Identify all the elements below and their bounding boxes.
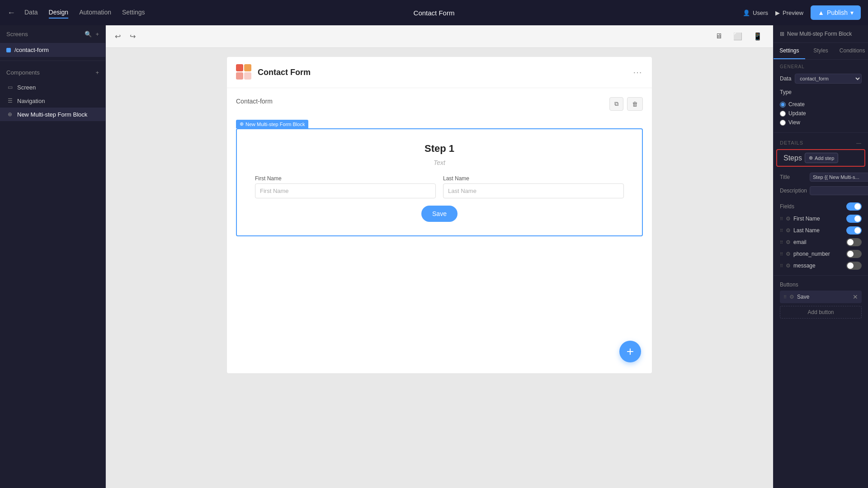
nav-settings[interactable]: Settings xyxy=(122,7,145,19)
description-input[interactable] xyxy=(810,186,868,195)
copy-button[interactable]: ⧉ xyxy=(609,97,623,111)
panel-header-label: New Multi-step Form Block xyxy=(787,31,852,37)
drag-icon-phone: ⠿ xyxy=(780,252,783,257)
delete-button[interactable]: 🗑 xyxy=(627,97,643,111)
first-name-toggle-knob xyxy=(854,216,861,222)
field-last-name-label: Last Name xyxy=(793,227,844,234)
fields-master-toggle-knob xyxy=(854,203,861,210)
component-screen[interactable]: ▭ Screen xyxy=(0,80,105,94)
preview-icon: ▶ xyxy=(775,9,780,16)
type-create[interactable]: Create xyxy=(780,100,862,109)
search-icon[interactable]: 🔍 xyxy=(85,31,92,38)
data-select[interactable]: contact_form xyxy=(795,74,862,84)
back-button[interactable]: ← xyxy=(7,8,15,18)
button-save-close[interactable]: ✕ xyxy=(853,293,858,300)
tab-styles[interactable]: Styles xyxy=(805,43,837,59)
topbar-nav: Data Design Automation Settings xyxy=(24,7,145,19)
tab-conditions[interactable]: Conditions xyxy=(836,43,868,59)
tab-settings[interactable]: Settings xyxy=(774,43,805,59)
multistep-block-label: ⊕ New Multi-step Form Block xyxy=(236,120,308,128)
canvas-toolbar-left: ↩ ↪ xyxy=(113,30,137,42)
publish-button[interactable]: ▲ Publish ▾ xyxy=(811,5,861,20)
type-create-radio[interactable] xyxy=(780,102,786,108)
save-button[interactable]: Save xyxy=(421,206,458,222)
fields-master-toggle[interactable] xyxy=(846,202,862,211)
add-button-button[interactable]: Add button xyxy=(780,306,862,319)
users-icon: 👤 xyxy=(743,9,750,16)
svg-rect-3 xyxy=(244,72,251,80)
canvas-area: ↩ ↪ 🖥 ⬜ 📱 Contact Form ⋯ xyxy=(106,25,773,488)
nav-data[interactable]: Data xyxy=(24,7,38,19)
component-multistep[interactable]: ⊕ New Multi-step Form Block xyxy=(0,108,105,121)
nav-design[interactable]: Design xyxy=(49,7,69,19)
type-create-label: Create xyxy=(788,101,805,108)
first-name-toggle[interactable] xyxy=(846,215,862,223)
first-name-field: First Name xyxy=(255,175,436,198)
gear-icon-first-name[interactable]: ⚙ xyxy=(786,216,791,222)
navigation-component-icon: ☰ xyxy=(6,97,14,104)
buttons-section: Buttons ⠿ ⚙ Save ✕ Add button xyxy=(774,279,868,321)
button-save-label: Save xyxy=(797,294,850,300)
add-component-icon[interactable]: + xyxy=(95,69,99,76)
right-panel: ⊞ New Multi-step Form Block Settings Sty… xyxy=(773,25,868,488)
users-button[interactable]: 👤 Users xyxy=(743,9,768,16)
add-screen-icon[interactable]: + xyxy=(95,31,99,38)
fab-button[interactable]: + xyxy=(619,341,641,362)
desktop-view-button[interactable]: 🖥 xyxy=(712,30,726,42)
drag-icon-first-name: ⠿ xyxy=(780,216,783,221)
left-sidebar: Screens 🔍 + /contact-form Components + ▭… xyxy=(0,25,106,488)
tablet-view-button[interactable]: ⬜ xyxy=(730,30,746,42)
main-layout: Screens 🔍 + /contact-form Components + ▭… xyxy=(0,25,868,488)
title-input[interactable] xyxy=(810,173,868,182)
field-first-name: ⠿ ⚙ First Name xyxy=(774,213,868,225)
type-update[interactable]: Update xyxy=(780,109,862,118)
redo-button[interactable]: ↪ xyxy=(128,30,137,42)
preview-button[interactable]: ▶ Preview xyxy=(775,9,803,16)
step-title: Step 1 xyxy=(255,143,624,155)
phone-toggle[interactable] xyxy=(846,250,862,258)
component-navigation-label: Navigation xyxy=(17,98,45,104)
gear-icon-save[interactable]: ⚙ xyxy=(789,294,794,300)
message-toggle[interactable] xyxy=(846,262,862,270)
gear-icon-email[interactable]: ⚙ xyxy=(786,239,791,245)
screen-dot xyxy=(6,48,11,52)
components-header: Components + xyxy=(0,65,105,80)
sidebar-divider xyxy=(0,61,105,61)
mobile-view-button[interactable]: 📱 xyxy=(750,30,766,42)
undo-button[interactable]: ↩ xyxy=(113,30,123,42)
type-view[interactable]: View xyxy=(780,118,862,127)
gear-icon-phone[interactable]: ⚙ xyxy=(786,251,791,257)
details-collapse-icon[interactable]: — xyxy=(856,140,862,145)
panel-header-icon: ⊞ xyxy=(780,31,784,37)
type-update-radio[interactable] xyxy=(780,111,786,117)
topbar-right: 👤 Users ▶ Preview ▲ Publish ▾ xyxy=(743,5,861,20)
type-view-radio[interactable] xyxy=(780,120,786,126)
page-title: Contact Form xyxy=(414,9,455,17)
gear-icon-last-name[interactable]: ⚙ xyxy=(786,227,791,234)
gear-icon-message[interactable]: ⚙ xyxy=(786,263,791,269)
type-view-label: View xyxy=(788,119,800,126)
nav-automation[interactable]: Automation xyxy=(79,7,111,19)
multistep-component-icon: ⊕ xyxy=(6,111,14,118)
add-step-button[interactable]: ⊕ Add step xyxy=(805,153,838,163)
field-message-label: message xyxy=(793,263,844,269)
form-canvas: Contact Form ⋯ Contact-form ⧉ 🗑 ⊕ New Mu… xyxy=(227,57,652,373)
contact-form-label: Contact-form xyxy=(236,98,273,105)
step-text: Text xyxy=(255,159,624,166)
screens-icons: 🔍 + xyxy=(85,31,99,38)
email-toggle[interactable] xyxy=(846,238,862,246)
first-name-input[interactable] xyxy=(255,183,436,198)
steps-row: Steps ⊕ Add step xyxy=(776,149,865,167)
sidebar-item-contact-form[interactable]: /contact-form xyxy=(0,43,105,57)
block-label-text: New Multi-step Form Block xyxy=(245,122,305,127)
last-name-toggle[interactable] xyxy=(846,226,862,235)
svg-rect-0 xyxy=(236,64,243,71)
canvas-dots-menu[interactable]: ⋯ xyxy=(633,67,643,78)
field-first-name-label: First Name xyxy=(793,216,844,222)
step-fields-row: First Name Last Name xyxy=(255,175,624,198)
type-label: Type xyxy=(780,89,792,95)
publish-icon: ▲ xyxy=(818,9,824,16)
component-navigation[interactable]: ☰ Navigation xyxy=(0,94,105,108)
last-name-input[interactable] xyxy=(443,183,624,198)
canvas-toolbar: ↩ ↪ 🖥 ⬜ 📱 xyxy=(106,25,773,48)
